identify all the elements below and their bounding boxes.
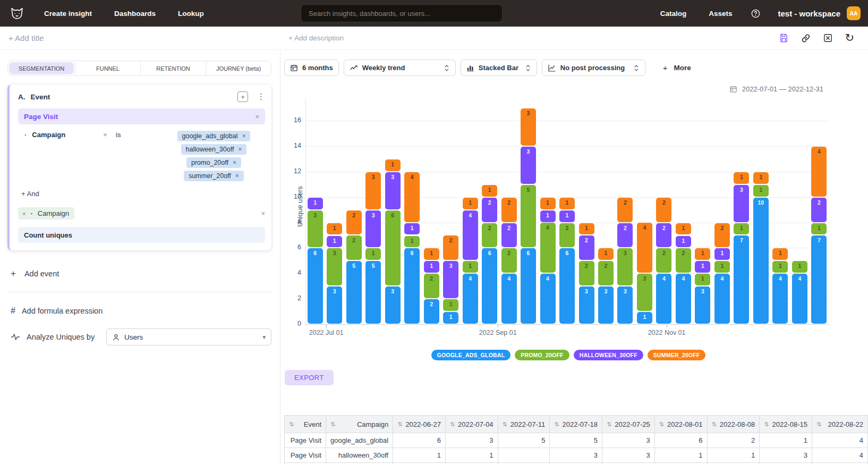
bar-segment-google_ads_global[interactable]: 6: [482, 248, 497, 324]
bar-segment-promo_20off[interactable]: 3: [617, 248, 633, 285]
app-logo-cat-icon[interactable]: [10, 5, 25, 21]
bar-segment-summer_20off[interactable]: 1: [540, 198, 556, 209]
bar-segment-google_ads_global[interactable]: 3: [579, 286, 594, 324]
bar-segment-summer_20off[interactable]: 1: [385, 159, 401, 171]
filter-operator[interactable]: is: [116, 131, 163, 181]
save-icon[interactable]: [779, 33, 789, 43]
legend-pill-promo_20off[interactable]: PROMO_20OFF: [515, 350, 569, 360]
bar-segment-promo_20off[interactable]: 1: [695, 274, 710, 285]
bar-segment-halloween_30off[interactable]: 3: [385, 172, 401, 209]
sort-icon[interactable]: ⇅: [607, 421, 611, 428]
bar-segment-google_ads_global[interactable]: 4: [656, 274, 671, 324]
bar-segment-promo_20off[interactable]: 4: [540, 223, 556, 273]
bar-segment-summer_20off[interactable]: 1: [695, 248, 710, 260]
bar-segment-google_ads_global[interactable]: 5: [346, 261, 362, 324]
bar-segment-google_ads_global[interactable]: 2: [424, 299, 439, 324]
bar-segment-halloween_30off[interactable]: 1: [695, 261, 710, 273]
bar-segment-promo_20off[interactable]: 2: [346, 235, 362, 260]
filter-property[interactable]: Campaign: [32, 131, 65, 139]
tab-retention[interactable]: RETENTION: [141, 61, 206, 75]
share-link-icon[interactable]: [801, 33, 811, 44]
bar-segment-google_ads_global[interactable]: 7: [734, 235, 749, 324]
close-insight-icon[interactable]: [823, 33, 833, 43]
time-window-button[interactable]: 6 months: [284, 60, 339, 76]
trend-select[interactable]: Weekly trend: [344, 60, 456, 76]
legend-pill-summer_20off[interactable]: SUMMER_20OFF: [648, 350, 706, 360]
bar-segment-promo_20off[interactable]: 2: [676, 248, 691, 273]
bar-segment-summer_20off[interactable]: 1: [598, 248, 614, 260]
bar-segment-promo_20off[interactable]: 2: [559, 223, 575, 248]
add-description-button[interactable]: + Add description: [288, 34, 344, 42]
bar-segment-summer_20off[interactable]: 4: [811, 147, 827, 197]
search-input[interactable]: [301, 4, 503, 22]
add-formula-button[interactable]: # Add formula expression: [11, 306, 271, 316]
post-processing-select[interactable]: No post processing: [542, 60, 645, 76]
workspace-name[interactable]: test - workspace: [778, 9, 840, 18]
bar-segment-halloween_30off[interactable]: 1: [327, 236, 342, 248]
remove-filter-icon[interactable]: ×: [103, 131, 116, 181]
bar-segment-summer_20off[interactable]: 1: [463, 198, 478, 209]
bar-segment-summer_20off[interactable]: 1: [753, 172, 769, 184]
bar-segment-promo_20off[interactable]: 2: [656, 248, 671, 273]
bar-segment-google_ads_global[interactable]: 6: [521, 248, 536, 324]
bar-segment-summer_20off[interactable]: 1: [424, 248, 439, 260]
add-and-condition[interactable]: + And: [21, 190, 265, 198]
bar-segment-halloween_30off[interactable]: 2: [579, 235, 594, 260]
nav-item-assets[interactable]: Assets: [697, 10, 743, 18]
sort-icon[interactable]: ⇅: [659, 421, 664, 428]
bar-segment-halloween_30off[interactable]: 2: [501, 223, 517, 248]
bar-segment-summer_20off[interactable]: 3: [365, 172, 381, 209]
tab-journey-beta-[interactable]: JOURNEY (beta): [206, 61, 271, 75]
bar-segment-promo_20off[interactable]: 1: [753, 185, 769, 197]
remove-breakdown-icon[interactable]: ×: [22, 210, 25, 217]
bar-segment-summer_20off[interactable]: 1: [676, 223, 691, 235]
legend-pill-halloween_30off[interactable]: HALLOWEEN_30OFF: [574, 350, 643, 360]
refresh-icon[interactable]: ↻: [845, 33, 854, 43]
bar-segment-promo_20off[interactable]: 2: [579, 261, 594, 285]
bar-segment-promo_20off[interactable]: 5: [521, 185, 536, 248]
bar-segment-summer_20off[interactable]: 2: [714, 223, 730, 248]
bar-segment-summer_20off[interactable]: 1: [734, 172, 749, 184]
filter-value-tag[interactable]: summer_20off×: [184, 171, 244, 181]
bar-segment-google_ads_global[interactable]: 4: [772, 274, 788, 324]
filter-value-tag[interactable]: promo_20off×: [186, 157, 241, 168]
bar-segment-halloween_30off[interactable]: 2: [811, 198, 827, 222]
sort-icon[interactable]: ⇅: [503, 421, 507, 428]
add-filter-icon[interactable]: +: [237, 91, 248, 102]
bar-segment-google_ads_global[interactable]: 4: [792, 274, 807, 324]
breakdown-pill[interactable]: × · Campaign: [18, 207, 74, 220]
event-select[interactable]: Page Visit ×: [18, 108, 265, 124]
bar-segment-halloween_30off[interactable]: 3: [443, 261, 458, 298]
bar-segment-google_ads_global[interactable]: 4: [463, 274, 478, 324]
bar-segment-summer_20off[interactable]: 3: [521, 108, 536, 146]
bar-segment-promo_20off[interactable]: 2: [501, 248, 517, 273]
bar-segment-summer_20off[interactable]: 1: [579, 223, 594, 235]
bar-segment-halloween_30off[interactable]: 3: [521, 147, 536, 184]
bar-segment-summer_20off[interactable]: 1: [327, 223, 342, 235]
remove-value-icon[interactable]: ×: [242, 132, 245, 140]
sort-icon[interactable]: ⇅: [712, 421, 717, 428]
sort-icon[interactable]: ⇅: [816, 421, 821, 428]
bar-segment-promo_20off[interactable]: 1: [792, 261, 807, 273]
bar-segment-halloween_30off[interactable]: 3: [365, 210, 381, 248]
bar-segment-promo_20off[interactable]: 1: [811, 223, 827, 235]
bar-segment-halloween_30off[interactable]: 1: [404, 223, 420, 235]
filter-value-tag[interactable]: google_ads_global×: [177, 131, 251, 141]
bar-segment-summer_20off[interactable]: 1: [482, 185, 497, 197]
bar-segment-halloween_30off[interactable]: 1: [676, 236, 691, 248]
bar-segment-promo_20off[interactable]: 3: [327, 248, 342, 285]
nav-item-catalog[interactable]: Catalog: [649, 10, 698, 18]
bar-segment-google_ads_global[interactable]: 6: [559, 248, 575, 324]
bar-segment-summer_20off[interactable]: 2: [617, 198, 633, 222]
analyze-by-select[interactable]: Users ▾: [106, 328, 271, 345]
bar-segment-halloween_30off[interactable]: 2: [617, 223, 633, 248]
bar-segment-google_ads_global[interactable]: 10: [753, 198, 769, 324]
bar-segment-google_ads_global[interactable]: 4: [501, 274, 517, 324]
bar-segment-summer_20off[interactable]: 2: [346, 210, 362, 235]
bar-segment-google_ads_global[interactable]: 1: [637, 312, 652, 324]
bar-segment-promo_20off[interactable]: 2: [424, 274, 439, 298]
filter-value-tag[interactable]: halloween_30off×: [181, 144, 247, 155]
user-avatar[interactable]: AA: [847, 6, 861, 20]
remove-value-icon[interactable]: ×: [233, 159, 236, 166]
bar-segment-promo_20off[interactable]: 6: [385, 210, 401, 286]
